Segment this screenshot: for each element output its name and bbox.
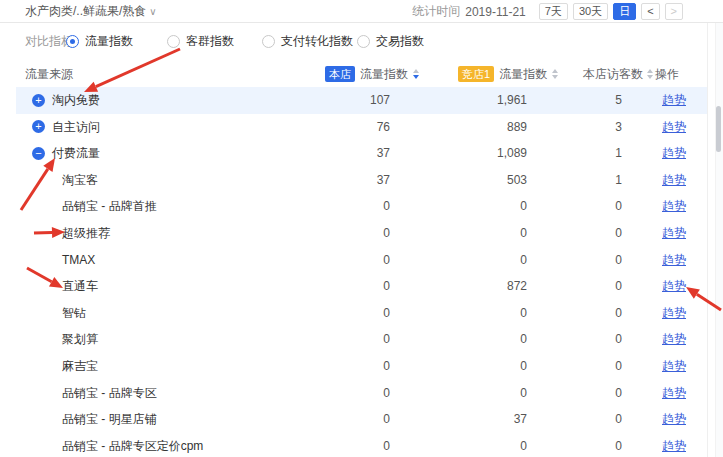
rival-metric-value: 1,089 — [427, 140, 527, 167]
visitors-value: 0 — [532, 300, 622, 327]
trend-link[interactable]: 趋势 — [662, 146, 686, 160]
trend-link[interactable]: 趋势 — [662, 120, 686, 134]
rival-metric-value: 1,961 — [427, 87, 527, 114]
own-metric-value: 37 — [290, 140, 390, 167]
traffic-source-label: 淘宝客 — [62, 167, 98, 194]
own-metric-value: 76 — [290, 114, 390, 141]
top-bar: 水产肉类/..鲜蔬果/熟食∨ 统计时间 2019-11-21 7天 30天 日 … — [0, 0, 723, 23]
category-breadcrumb[interactable]: 水产肉类/..鲜蔬果/熟食∨ — [25, 0, 157, 23]
table-row: TMAX000趋势 — [0, 247, 723, 274]
own-metric-label: 流量指数 — [360, 62, 408, 86]
own-metric-value: 0 — [290, 193, 390, 220]
col-traffic-source: 流量来源 — [25, 62, 73, 86]
table-row: 品销宝 - 品牌专区000趋势 — [0, 380, 723, 407]
trend-link[interactable]: 趋势 — [662, 253, 686, 267]
table-header: 流量来源 本店 流量指数 竞店1 流量指数 本店访客数 操作 — [0, 62, 723, 86]
traffic-source-label: 聚划算 — [62, 326, 98, 353]
table-row: 超级推荐000趋势 — [0, 220, 723, 247]
sort-visitors[interactable] — [647, 69, 653, 79]
radio-traffic-index[interactable]: 流量指数 — [66, 31, 133, 51]
own-metric-value: 0 — [290, 300, 390, 327]
trend-link[interactable]: 趋势 — [662, 386, 686, 400]
visitors-value: 0 — [532, 433, 622, 457]
visitors-value: 3 — [532, 114, 622, 141]
own-metric-value: 0 — [290, 406, 390, 433]
traffic-source-label: 智钻 — [62, 300, 86, 327]
visitors-value: 0 — [532, 326, 622, 353]
radio-conversion-index[interactable]: 支付转化指数 — [262, 31, 353, 51]
own-shop-badge: 本店 — [325, 66, 355, 82]
rival-metric-value: 0 — [427, 300, 527, 327]
traffic-source-label: 直通车 — [62, 273, 98, 300]
table-row: 智钻000趋势 — [0, 300, 723, 327]
radio-transaction-index[interactable]: 交易指数 — [357, 31, 424, 51]
radio-label: 流量指数 — [85, 31, 133, 51]
action-cell: 趋势 — [662, 300, 686, 327]
chevron-down-icon: ∨ — [149, 6, 156, 17]
col-action: 操作 — [655, 62, 679, 86]
visitors-label: 本店访客数 — [583, 62, 643, 86]
rival-metric-value: 0 — [427, 326, 527, 353]
action-cell: 趋势 — [662, 220, 686, 247]
date-controls: 统计时间 2019-11-21 7天 30天 日 < > — [412, 2, 683, 21]
action-cell: 趋势 — [662, 247, 686, 274]
expand-icon[interactable]: + — [32, 94, 45, 107]
trend-link[interactable]: 趋势 — [662, 412, 686, 426]
traffic-source-label: 自主访问 — [52, 114, 100, 141]
card-right-edge — [707, 23, 708, 457]
visitors-value: 5 — [532, 87, 622, 114]
table-row: 品销宝 - 明星店铺0370趋势 — [0, 406, 723, 433]
trend-link[interactable]: 趋势 — [662, 306, 686, 320]
traffic-source-label: 麻吉宝 — [62, 353, 98, 380]
table-row: −付费流量371,0891趋势 — [0, 140, 723, 167]
traffic-source-label: 超级推荐 — [62, 220, 110, 247]
range-7d-button[interactable]: 7天 — [539, 3, 568, 20]
sort-rival-metric[interactable] — [552, 69, 558, 79]
own-metric-value: 0 — [290, 380, 390, 407]
rival-metric-value: 0 — [427, 247, 527, 274]
expand-icon[interactable]: + — [32, 120, 45, 133]
own-metric-value: 0 — [290, 353, 390, 380]
radio-customer-index[interactable]: 客群指数 — [167, 31, 234, 51]
trend-link[interactable]: 趋势 — [662, 279, 686, 293]
visitors-value: 0 — [532, 380, 622, 407]
range-day-button[interactable]: 日 — [613, 3, 636, 20]
traffic-source-label: 品销宝 - 品牌专区 — [62, 380, 157, 407]
action-cell: 趋势 — [662, 167, 686, 194]
rival-metric-value: 0 — [427, 220, 527, 247]
traffic-source-label: TMAX — [62, 247, 95, 274]
scrollbar-thumb[interactable] — [716, 106, 721, 152]
trend-link[interactable]: 趋势 — [662, 332, 686, 346]
traffic-source-label: 淘内免费 — [52, 87, 100, 114]
action-cell: 趋势 — [662, 353, 686, 380]
sort-own-metric[interactable] — [413, 69, 419, 79]
rival-metric-value: 503 — [427, 167, 527, 194]
radio-icon — [357, 35, 370, 48]
rival-metric-label: 流量指数 — [499, 62, 547, 86]
action-cell: 趋势 — [662, 193, 686, 220]
trend-link[interactable]: 趋势 — [662, 226, 686, 240]
rival-metric-value: 0 — [427, 433, 527, 457]
prev-date-button[interactable]: < — [641, 3, 659, 20]
next-date-button[interactable]: > — [665, 3, 683, 20]
col-rival-metric: 竞店1 流量指数 — [458, 62, 558, 86]
own-metric-value: 0 — [290, 247, 390, 274]
trend-link[interactable]: 趋势 — [662, 173, 686, 187]
own-metric-value: 0 — [290, 273, 390, 300]
table-row: 麻吉宝000趋势 — [0, 353, 723, 380]
trend-link[interactable]: 趋势 — [662, 199, 686, 213]
visitors-value: 0 — [532, 193, 622, 220]
rival-shop-badge: 竞店1 — [458, 66, 494, 82]
rival-metric-value: 0 — [427, 193, 527, 220]
visitors-value: 0 — [532, 220, 622, 247]
table-body: +淘内免费1071,9615趋势+自主访问768893趋势−付费流量371,08… — [0, 87, 723, 457]
traffic-source-label: 品销宝 - 品牌首推 — [62, 193, 157, 220]
rival-metric-value: 872 — [427, 273, 527, 300]
range-30d-button[interactable]: 30天 — [573, 3, 608, 20]
col-own-metric: 本店 流量指数 — [325, 62, 419, 86]
collapse-icon[interactable]: − — [32, 147, 45, 160]
trend-link[interactable]: 趋势 — [662, 359, 686, 373]
own-metric-value: 37 — [290, 167, 390, 194]
trend-link[interactable]: 趋势 — [662, 439, 686, 453]
trend-link[interactable]: 趋势 — [662, 93, 686, 107]
